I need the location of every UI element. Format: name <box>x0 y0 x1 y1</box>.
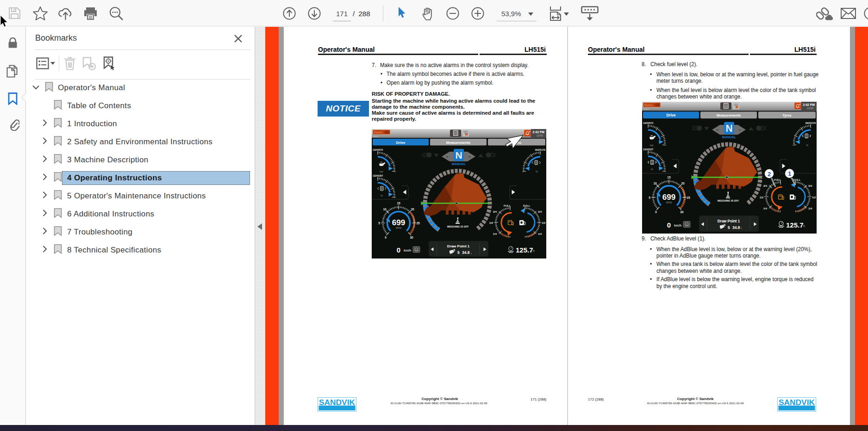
svg-text:SANDVIK: SANDVIK <box>779 398 815 406</box>
svg-text:2: 2 <box>768 171 771 178</box>
svg-text:SANDVIK: SANDVIK <box>319 398 355 406</box>
svg-text:1: 1 <box>788 170 791 177</box>
